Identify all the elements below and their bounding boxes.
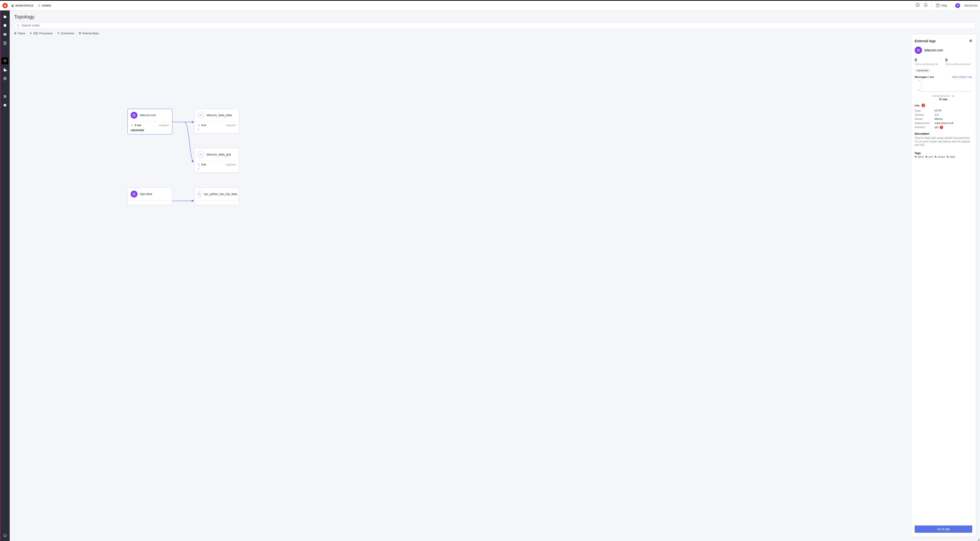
svg-point-36 xyxy=(201,116,202,116)
node-flow: 0 out xyxy=(135,124,141,127)
topics-icon xyxy=(14,32,16,35)
filter-external[interactable]: External Apps xyxy=(79,32,99,35)
svg-point-27 xyxy=(5,96,6,97)
tag-item[interactable]: stream xyxy=(935,155,945,158)
svg-point-18 xyxy=(4,78,6,79)
status-badge: UNKNOWN xyxy=(915,69,930,73)
sidebar-topology-icon[interactable] xyxy=(2,57,8,64)
sidebar-puzzle-icon[interactable] xyxy=(2,66,8,73)
divider xyxy=(951,3,951,8)
topic-icon xyxy=(197,191,201,197)
svg-line-33 xyxy=(19,26,19,27)
node-telecom-italia-grid[interactable]: telecom_italia_grid 0 in msgs/sec -/- xyxy=(194,148,239,173)
svg-point-28 xyxy=(4,97,5,98)
runners-badge: 1 xyxy=(940,126,943,129)
user-name[interactable]: AdminLike xyxy=(964,4,978,7)
search-input[interactable] xyxy=(22,24,973,27)
node-sub: -/- xyxy=(197,167,236,170)
search-box[interactable] xyxy=(14,22,976,29)
sidebar-gauge-icon[interactable] xyxy=(2,102,8,108)
sidebar-file-icon[interactable] xyxy=(2,40,8,46)
svg-point-4 xyxy=(916,3,920,6)
tag-label: demo xyxy=(918,155,924,158)
main-content: Topology Topics SQL Processors Connector… xyxy=(10,10,980,541)
close-icon[interactable]: ✕ xyxy=(969,38,972,43)
node-title: telecom-crm xyxy=(140,114,156,117)
node-status: UNKNOWN xyxy=(130,129,169,132)
panel-header: External App xyxy=(915,39,935,43)
node-nyc-taxi[interactable]: nyc_yellow_taxi_trip_data xyxy=(194,187,239,205)
tags-list: demo avro stream table xyxy=(915,155,972,158)
svg-point-16 xyxy=(4,61,5,62)
node-title: nyc_yellow_taxi_trip_data xyxy=(204,192,237,196)
node-sub: -/- xyxy=(197,128,236,131)
svg-point-9 xyxy=(4,34,5,35)
chart-icon xyxy=(11,4,14,7)
svg-point-42 xyxy=(200,194,200,195)
node-telecom-crm[interactable]: telecom-crm 0 out msgs/sec UNKNOWN xyxy=(127,109,172,135)
nav-workspace-label: WORKSPACE xyxy=(15,4,33,7)
filter-row: Topics SQL Processors Connectors Externa… xyxy=(14,32,976,35)
sidebar-database-icon[interactable] xyxy=(2,22,8,29)
node-title: telecom_italia_data xyxy=(207,114,232,117)
app-logo[interactable] xyxy=(2,3,8,8)
svg-rect-1 xyxy=(13,5,13,6)
info-badge: 2 xyxy=(921,103,925,107)
user-avatar[interactable]: A xyxy=(955,3,960,8)
kv-key: Deployment: xyxy=(915,122,935,124)
plug-icon xyxy=(57,32,59,35)
divider xyxy=(932,3,932,8)
kv-runners-value: 0/0 xyxy=(935,126,938,129)
sidebar-sliders-icon[interactable] xyxy=(2,93,8,100)
check-icon[interactable] xyxy=(916,3,920,8)
go-to-app-button[interactable]: Go to app xyxy=(915,525,972,533)
sidebar-target-icon[interactable] xyxy=(2,75,8,82)
tag-item[interactable]: table xyxy=(947,155,955,158)
node-trips-feed[interactable]: trips-feed xyxy=(127,187,172,205)
topology-canvas[interactable]: telecom-crm 0 out msgs/sec UNKNOWN xyxy=(10,35,980,541)
node-flow: 5 in xyxy=(202,124,206,127)
stat-messages-in: 0 TOTAL MESSAGES IN xyxy=(915,58,942,65)
cube-icon xyxy=(915,47,922,54)
kv-value: Marios xyxy=(935,117,972,121)
filter-sql[interactable]: SQL Processors xyxy=(30,32,53,35)
svg-point-15 xyxy=(5,60,6,60)
kv-value: 0/01 xyxy=(935,126,972,129)
top-navbar: WORKSPACE ADMIN Help A AdminLike xyxy=(0,1,980,10)
tag-label: stream xyxy=(938,155,945,158)
filter-topics[interactable]: Topics xyxy=(14,32,25,35)
sidebar-folder-icon[interactable] xyxy=(2,13,8,20)
help-button[interactable]: Help xyxy=(936,3,947,8)
svg-point-39 xyxy=(201,155,202,155)
filter-connectors-label: Connectors xyxy=(61,32,74,35)
svg-point-41 xyxy=(198,194,199,195)
svg-point-14 xyxy=(4,60,4,60)
kv-key: Runners: xyxy=(915,126,935,129)
description-heading: Description xyxy=(915,132,972,135)
kv-value: 1.0 xyxy=(935,113,972,116)
stat-label: TOTAL MESSAGES IN xyxy=(915,63,942,65)
filter-connectors[interactable]: Connectors xyxy=(57,32,74,35)
nav-admin[interactable]: ADMIN xyxy=(38,4,51,7)
sidebar-id-card-icon[interactable] xyxy=(2,31,8,38)
node-title: trips-feed xyxy=(140,192,152,196)
node-telecom-italia-data[interactable]: telecom_italia_data 5 in msgs/sec -/- xyxy=(194,109,239,133)
tag-label: table xyxy=(950,155,955,158)
filter-sql-label: SQL Processors xyxy=(33,32,53,35)
bell-icon[interactable] xyxy=(924,3,928,8)
view-bytes-link[interactable]: View in Bytes / sec xyxy=(952,76,972,78)
nav-workspace[interactable]: WORKSPACE xyxy=(11,4,33,7)
swap-icon xyxy=(130,124,133,127)
panel-app-name: telecom-crm xyxy=(924,48,943,52)
svg-point-35 xyxy=(200,116,200,116)
svg-point-17 xyxy=(3,77,6,79)
kv-value: HTTP xyxy=(935,109,972,112)
sidebar-power-icon[interactable] xyxy=(2,532,8,539)
tag-icon xyxy=(935,156,937,158)
description-text: Telecom Italia data usage sample loop ge… xyxy=(915,136,972,147)
info-heading: Info xyxy=(915,104,920,107)
tag-item[interactable]: demo xyxy=(915,155,924,158)
resize-handle[interactable] xyxy=(978,539,980,541)
tag-item[interactable]: avro xyxy=(925,155,933,158)
stat-label: TOTAL MESSAGES OUT xyxy=(945,63,972,65)
